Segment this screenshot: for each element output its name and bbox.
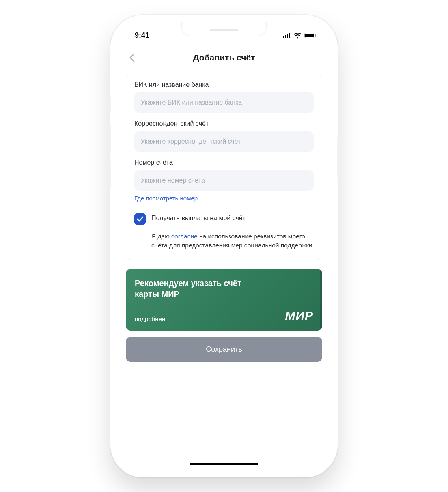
link-where-to-find-number[interactable]: Где посмотреть номер: [134, 195, 198, 202]
label-corr-account: Корреспондентский счёт: [134, 120, 314, 127]
wifi-icon: [294, 33, 302, 39]
side-button: [109, 161, 111, 189]
check-icon: [136, 216, 144, 222]
phone-frame: 9:41 Добавить счёт БИК или название банк…: [110, 15, 338, 477]
input-account-number[interactable]: [134, 170, 314, 191]
svg-rect-6: [315, 34, 316, 37]
page-title: Добавить счёт: [193, 53, 255, 62]
phone-screen: 9:41 Добавить счёт БИК или название банк…: [118, 22, 330, 470]
svg-rect-0: [283, 36, 284, 38]
side-button: [109, 125, 111, 153]
status-time: 9:41: [135, 31, 149, 40]
cellular-icon: [283, 33, 291, 38]
status-indicators: [283, 33, 316, 39]
checkbox-receive-payments-row: Получать выплаты на мой счёт: [134, 213, 314, 225]
checkbox-receive-payments[interactable]: [134, 213, 146, 225]
side-button: [109, 96, 111, 112]
battery-icon: [304, 33, 316, 38]
label-account-number: Номер счёта: [134, 159, 314, 166]
content-area: БИК или название банка Корреспондентский…: [118, 73, 330, 470]
input-bank[interactable]: [134, 92, 314, 113]
consent-link[interactable]: согласие: [171, 233, 198, 240]
field-account-number: Номер счёта Где посмотреть номер: [134, 159, 314, 202]
promo-more-link[interactable]: подробнее: [135, 316, 165, 322]
checkbox-label: Получать выплаты на мой счёт: [151, 213, 246, 222]
mir-logo: МИР: [285, 309, 313, 322]
label-bank: БИК или название банка: [134, 81, 314, 88]
consent-prefix: Я даю: [151, 233, 171, 240]
svg-rect-1: [285, 35, 286, 38]
svg-rect-5: [305, 34, 314, 37]
svg-rect-2: [287, 34, 288, 39]
form-card: БИК или название банка Корреспондентский…: [126, 73, 322, 260]
promo-bottom-row: подробнее МИР: [135, 309, 313, 322]
save-button[interactable]: Сохранить: [126, 337, 322, 362]
back-button[interactable]: [126, 52, 138, 64]
phone-notch: [181, 22, 267, 36]
promo-title: Рекомендуем указать счёт карты МИР: [135, 278, 256, 300]
side-button: [337, 137, 339, 177]
svg-rect-3: [289, 33, 290, 38]
nav-header: Добавить счёт: [118, 46, 330, 73]
field-corr-account: Корреспондентский счёт: [134, 120, 314, 152]
consent-text: Я даю согласие на использование реквизит…: [151, 232, 314, 250]
home-indicator[interactable]: [190, 463, 258, 465]
promo-mir-card[interactable]: Рекомендуем указать счёт карты МИР подро…: [126, 269, 322, 331]
field-bank: БИК или название банка: [134, 81, 314, 113]
input-corr-account[interactable]: [134, 131, 314, 152]
chevron-left-icon: [129, 53, 135, 62]
